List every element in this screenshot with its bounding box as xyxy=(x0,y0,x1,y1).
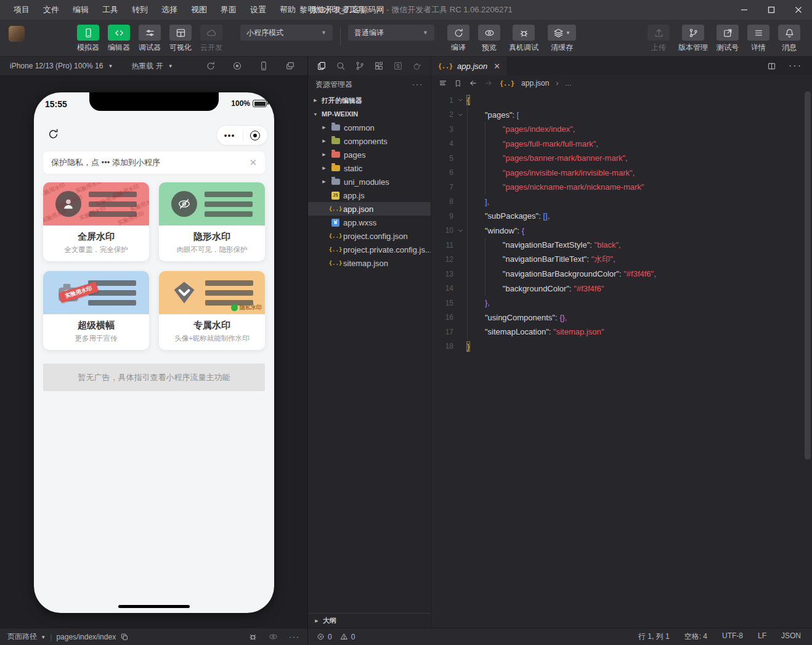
mode-select[interactable]: 小程序模式▼ xyxy=(240,25,333,41)
explorer-title: 资源管理器 xyxy=(315,79,352,90)
tree-item-MP-WEIXIN[interactable]: ▼MP-WEIXIN xyxy=(308,107,431,121)
menu-item-6[interactable]: 视图 xyxy=(185,0,213,20)
tab-close-icon[interactable]: ✕ xyxy=(493,62,500,71)
user-avatar[interactable] xyxy=(9,26,25,42)
line-number: 14 xyxy=(431,284,453,293)
explorer-more-button[interactable]: ··· xyxy=(412,80,423,89)
menu-item-4[interactable]: 转到 xyxy=(126,0,154,20)
feature-card-3[interactable]: 隐私水印 专属水印 头像+昵称就能制作水印 xyxy=(159,271,265,350)
feature-card-1[interactable]: 隐形水印 肉眼不可见，隐形保护 xyxy=(159,182,265,261)
editor-button[interactable]: 编辑器 xyxy=(104,25,134,53)
upload-button[interactable]: 上传 xyxy=(643,25,674,53)
status-item-1[interactable]: 空格: 4 xyxy=(684,631,707,642)
maximize-button[interactable] xyxy=(758,0,785,20)
compile-button[interactable]: 编译 xyxy=(443,25,474,53)
split-editor-button[interactable] xyxy=(767,62,776,71)
tree-item-app.js[interactable]: JSapp.js xyxy=(308,189,431,202)
record-button[interactable] xyxy=(232,61,242,71)
more-options-button[interactable]: ··· xyxy=(289,633,300,641)
menu-item-5[interactable]: 选择 xyxy=(155,0,184,20)
card-subtitle: 全文覆盖，完全保护 xyxy=(43,245,149,254)
version-control-button[interactable]: 版本管理 xyxy=(674,25,712,53)
code-editor[interactable]: 1{2"pages": [3"pages/index/index",4"page… xyxy=(431,91,812,628)
device-select[interactable]: iPhone 12/13 (Pro) 100% 16▼ xyxy=(10,62,113,70)
details-button[interactable]: 详情 xyxy=(743,25,774,53)
vconsole-button[interactable] xyxy=(248,632,258,641)
status-item-2[interactable]: UTF-8 xyxy=(722,631,743,642)
tree-item-pages[interactable]: ▶pages xyxy=(308,148,431,161)
tree-item-app.wxss[interactable]: Wapp.wxss xyxy=(308,216,431,229)
js-file-icon: JS xyxy=(331,192,339,200)
preview-button[interactable]: 预览 xyxy=(474,25,505,53)
feature-card-0[interactable]: 实验用水印实验用水印实验用水印实验用水印实验用水印实验用水印实验用水印实验用水印… xyxy=(43,182,149,261)
json-file-icon: {..} xyxy=(330,246,341,253)
close-button[interactable] xyxy=(785,0,812,20)
tab-app-json[interactable]: {..} app.json ✕ xyxy=(431,57,508,75)
status-item-3[interactable]: LF xyxy=(758,631,766,642)
activity-debug-tool-button[interactable] xyxy=(412,61,422,71)
problems-indicator[interactable]: 0 0 xyxy=(308,633,431,641)
rotate-button[interactable] xyxy=(206,61,216,71)
visualizer-button[interactable]: 可视化 xyxy=(165,25,196,53)
multi-window-button[interactable] xyxy=(285,61,295,71)
copy-path-button[interactable] xyxy=(120,633,129,641)
tree-item-static[interactable]: ▶static xyxy=(308,161,431,175)
menu-item-3[interactable]: 工具 xyxy=(96,0,124,20)
eye-icon xyxy=(269,632,278,641)
menu-item-8[interactable]: 设置 xyxy=(244,0,272,20)
editor-more-button[interactable]: ··· xyxy=(789,60,802,71)
text-bar xyxy=(88,300,136,306)
banner-close-icon[interactable]: ✕ xyxy=(249,157,257,168)
compile-select[interactable]: 普通编译▼ xyxy=(348,25,434,41)
menu-item-9[interactable]: 帮助 xyxy=(274,0,302,20)
menu-item-2[interactable]: 编辑 xyxy=(67,0,95,20)
page-reload-button[interactable] xyxy=(47,128,59,142)
tree-item-project.private.config.js...[interactable]: {..}project.private.config.js... xyxy=(308,243,431,256)
feature-card-2[interactable]: 实验用水印 超级横幅 更多用于宣传 xyxy=(43,271,149,350)
outline-list-icon[interactable] xyxy=(439,79,447,87)
breadcrumb-symbol[interactable]: ... xyxy=(565,79,571,87)
reload-icon xyxy=(47,128,59,140)
navigate-back-icon[interactable] xyxy=(469,79,477,87)
messages-button[interactable]: 消息 xyxy=(774,25,805,53)
activity-files-button[interactable] xyxy=(317,61,327,71)
page-path-select[interactable]: 页面路径 ▼ xyxy=(7,631,46,642)
breadcrumb-file[interactable]: app.json xyxy=(521,79,549,87)
cloud-dev-button[interactable]: 云开发 xyxy=(196,25,227,53)
activity-source-control-button[interactable] xyxy=(355,61,365,71)
clear-cache-button[interactable]: ▼ 清缓存 xyxy=(543,25,581,53)
editor-scrollbar[interactable] xyxy=(805,91,811,460)
menu-item-1[interactable]: 文件 xyxy=(37,0,65,20)
status-item-0[interactable]: 行 1, 列 1 xyxy=(638,631,670,642)
more-menu-button[interactable]: ••• xyxy=(224,131,235,139)
line-number: 4 xyxy=(431,139,453,148)
debugger-button[interactable]: 调试器 xyxy=(134,25,165,53)
tree-item-components[interactable]: ▶components xyxy=(308,134,431,148)
menu-item-10[interactable]: 微信开发者工具 xyxy=(303,0,371,20)
tree-item-label: 打开的编辑器 xyxy=(322,96,362,105)
test-account-button[interactable]: 测试号 xyxy=(712,25,743,53)
tree-item-uni_modules[interactable]: ▶uni_modules xyxy=(308,175,431,189)
tree-item-sitemap.json[interactable]: {..}sitemap.json xyxy=(308,256,431,270)
tree-item-node0[interactable]: ▶打开的编辑器 xyxy=(308,94,431,107)
activity-search-button[interactable] xyxy=(336,61,346,71)
person-icon xyxy=(62,197,75,211)
bookmark-icon[interactable] xyxy=(454,79,462,87)
tree-item-project.config.json[interactable]: {..}project.config.json xyxy=(308,229,431,243)
outline-section[interactable]: ▶ 大纲 xyxy=(308,613,431,628)
menu-item-0[interactable]: 项目 xyxy=(7,0,36,20)
tree-item-app.json[interactable]: {..}app.json xyxy=(308,202,431,216)
simulator-button[interactable]: 模拟器 xyxy=(73,25,104,53)
menu-item-7[interactable]: 界面 xyxy=(214,0,243,20)
hot-reload-toggle[interactable]: 热重载 开▼ xyxy=(131,61,173,71)
tree-item-common[interactable]: ▶common xyxy=(308,121,431,134)
test-account-label: 测试号 xyxy=(717,43,739,53)
status-item-4[interactable]: JSON xyxy=(781,631,801,642)
activity-npm-scripts-button[interactable] xyxy=(393,61,403,71)
device-debug-button[interactable]: 真机调试 xyxy=(505,25,543,53)
activity-extensions-button[interactable] xyxy=(374,61,384,71)
minimize-button[interactable] xyxy=(731,0,758,20)
preview-toggle-button[interactable] xyxy=(269,632,278,641)
close-miniprogram-button[interactable] xyxy=(250,131,260,140)
device-preview-button[interactable] xyxy=(259,61,269,71)
